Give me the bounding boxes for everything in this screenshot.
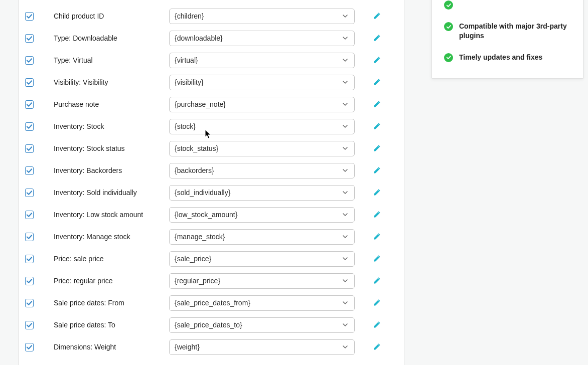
field-value-select[interactable]: {downloadable}	[169, 31, 355, 46]
field-row: Dimensions: Weight{weight}	[24, 336, 399, 358]
row-checkbox[interactable]	[25, 233, 34, 241]
chevron-down-icon	[341, 56, 349, 64]
row-checkbox[interactable]	[25, 321, 34, 329]
chevron-down-icon	[341, 277, 349, 285]
select-value: {purchase_note}	[175, 100, 226, 108]
field-label: Inventory: Low stock amount	[54, 211, 169, 219]
sidebar-feature-item	[444, 0, 571, 16]
field-label: Dimensions: Weight	[54, 343, 169, 351]
select-value: {sale_price}	[175, 255, 211, 263]
chevron-down-icon	[341, 78, 349, 86]
field-value-select[interactable]: {regular_price}	[169, 273, 355, 289]
sidebar-feature-item: Timely updates and fixes	[444, 47, 571, 68]
field-value-select[interactable]: {sale_price}	[169, 251, 355, 267]
chevron-down-icon	[341, 233, 349, 241]
edit-pencil-icon[interactable]	[373, 56, 382, 65]
row-checkbox[interactable]	[25, 56, 34, 65]
field-value-select[interactable]: {manage_stock}	[169, 229, 355, 245]
chevron-down-icon	[341, 166, 349, 174]
chevron-down-icon	[341, 100, 349, 108]
row-checkbox[interactable]	[25, 343, 34, 351]
chevron-down-icon	[341, 299, 349, 307]
edit-pencil-icon[interactable]	[373, 298, 382, 307]
field-value-select[interactable]: {visibility}	[169, 75, 355, 90]
edit-pencil-icon[interactable]	[373, 100, 382, 109]
check-circle-icon	[444, 22, 453, 31]
check-circle-icon	[444, 53, 453, 62]
select-value: {sale_price_dates_to}	[175, 321, 242, 329]
select-value: {visibility}	[175, 78, 204, 86]
field-value-select[interactable]: {weight}	[169, 339, 355, 355]
chevron-down-icon	[341, 189, 349, 197]
chevron-down-icon	[341, 12, 349, 20]
row-checkbox[interactable]	[25, 122, 34, 131]
chevron-down-icon	[341, 122, 349, 130]
field-row: Inventory: Stock status{stock_status}	[24, 137, 399, 159]
field-value-select[interactable]: {stock_status}	[169, 141, 355, 156]
field-value-select[interactable]: {sale_price_dates_from}	[169, 295, 355, 311]
field-value-select[interactable]: {backorders}	[169, 163, 355, 178]
edit-pencil-icon[interactable]	[373, 276, 382, 285]
edit-pencil-icon[interactable]	[373, 232, 382, 241]
field-label: Inventory: Stock	[54, 122, 169, 130]
field-value-select[interactable]: {children}	[169, 9, 355, 24]
info-sidebar: Compatible with major 3rd-party plugins …	[431, 0, 583, 79]
field-value-select[interactable]: {stock}	[169, 119, 355, 134]
field-value-select[interactable]: {purchase_note}	[169, 97, 355, 112]
edit-pencil-icon[interactable]	[373, 34, 382, 43]
row-checkbox[interactable]	[25, 144, 34, 153]
field-row: Inventory: Backorders{backorders}	[24, 159, 399, 181]
edit-pencil-icon[interactable]	[373, 188, 382, 197]
row-checkbox[interactable]	[25, 189, 34, 197]
row-checkbox[interactable]	[25, 78, 34, 87]
select-value: {stock}	[175, 122, 196, 130]
edit-pencil-icon[interactable]	[373, 78, 382, 87]
field-label: Child product ID	[54, 12, 169, 20]
field-label: Price: regular price	[54, 277, 169, 285]
field-row: Child product ID{children}	[24, 5, 399, 27]
row-checkbox[interactable]	[25, 255, 34, 263]
row-checkbox[interactable]	[25, 100, 34, 109]
chevron-down-icon	[341, 34, 349, 42]
edit-pencil-icon[interactable]	[373, 320, 382, 329]
field-label: Inventory: Stock status	[54, 144, 169, 152]
edit-pencil-icon[interactable]	[373, 166, 382, 175]
row-checkbox[interactable]	[25, 277, 34, 285]
field-label: Sale price dates: From	[54, 299, 169, 307]
edit-pencil-icon[interactable]	[373, 122, 382, 131]
chevron-down-icon	[341, 211, 349, 219]
edit-pencil-icon[interactable]	[373, 210, 382, 219]
field-row: Purchase note{purchase_note}	[24, 93, 399, 115]
field-value-select[interactable]: {low_stock_amount}	[169, 207, 355, 223]
chevron-down-icon	[341, 343, 349, 351]
field-label: Sale price dates: To	[54, 321, 169, 329]
row-checkbox[interactable]	[25, 12, 34, 21]
check-circle-icon	[444, 1, 453, 10]
row-checkbox[interactable]	[25, 299, 34, 307]
field-label: Type: Downloadable	[54, 34, 169, 42]
field-row: Visibility: Visibility{visibility}	[24, 71, 399, 93]
edit-pencil-icon[interactable]	[373, 342, 382, 351]
field-value-select[interactable]: {virtual}	[169, 53, 355, 68]
field-label: Inventory: Sold individually	[54, 189, 169, 197]
row-checkbox[interactable]	[25, 211, 34, 219]
select-value: {stock_status}	[175, 144, 218, 152]
edit-pencil-icon[interactable]	[373, 254, 382, 263]
row-checkbox[interactable]	[25, 166, 34, 175]
field-row: Inventory: Low stock amount{low_stock_am…	[24, 204, 399, 226]
select-value: {backorders}	[175, 166, 214, 174]
field-row: Inventory: Manage stock{manage_stock}	[24, 226, 399, 248]
field-value-select[interactable]: {sale_price_dates_to}	[169, 317, 355, 333]
field-row: Inventory: Sold individually{sold_indivi…	[24, 181, 399, 204]
field-value-select[interactable]: {sold_individually}	[169, 185, 355, 201]
select-value: {sale_price_dates_from}	[175, 299, 250, 307]
row-checkbox[interactable]	[25, 34, 34, 43]
edit-pencil-icon[interactable]	[373, 12, 382, 21]
edit-pencil-icon[interactable]	[373, 144, 382, 153]
select-value: {children}	[175, 12, 204, 20]
select-value: {regular_price}	[175, 277, 220, 285]
field-row: Type: Downloadable{downloadable}	[24, 27, 399, 49]
select-value: {virtual}	[175, 56, 198, 64]
field-label: Inventory: Backorders	[54, 166, 169, 174]
field-row: Price: sale price{sale_price}	[24, 248, 399, 270]
